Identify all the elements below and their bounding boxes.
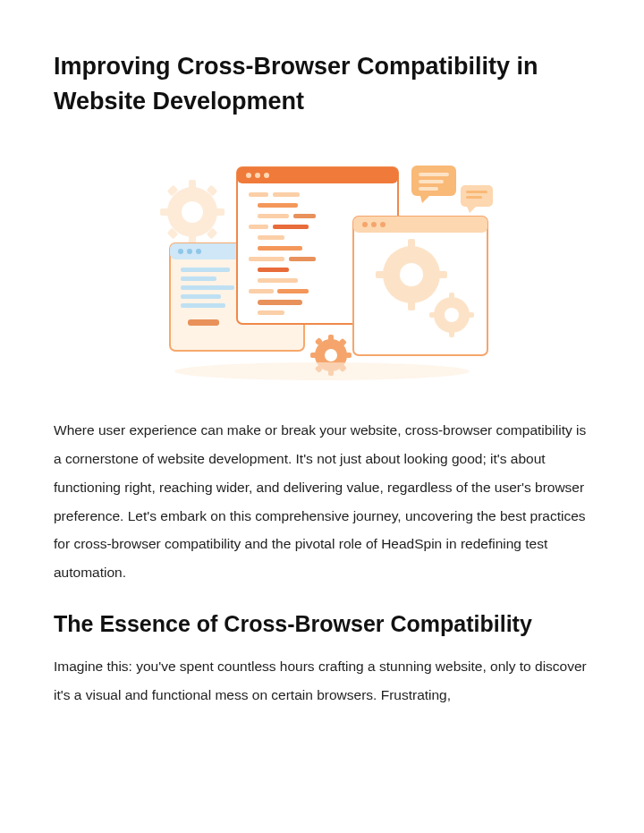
svg-rect-19 <box>181 303 225 308</box>
svg-rect-73 <box>310 353 318 358</box>
svg-rect-63 <box>419 180 444 183</box>
svg-point-46 <box>371 222 377 227</box>
svg-point-79 <box>174 362 470 380</box>
svg-point-12 <box>178 249 183 254</box>
svg-rect-74 <box>343 353 352 358</box>
svg-rect-40 <box>277 289 309 293</box>
svg-rect-52 <box>376 271 386 278</box>
svg-point-24 <box>255 173 260 178</box>
svg-point-70 <box>325 349 337 361</box>
svg-rect-5 <box>214 208 225 216</box>
svg-marker-61 <box>420 196 429 203</box>
svg-point-45 <box>362 222 368 227</box>
svg-rect-26 <box>249 192 268 197</box>
svg-rect-30 <box>293 214 316 218</box>
svg-rect-32 <box>273 225 309 229</box>
svg-rect-59 <box>466 312 474 318</box>
article-title: Improving Cross-Browser Compatibility in… <box>54 49 590 119</box>
svg-rect-42 <box>258 310 284 315</box>
svg-rect-17 <box>181 285 234 290</box>
svg-rect-18 <box>181 294 221 299</box>
svg-rect-2 <box>189 180 196 191</box>
svg-rect-28 <box>258 203 298 208</box>
hero-illustration <box>143 140 501 391</box>
svg-point-13 <box>187 249 192 254</box>
svg-rect-57 <box>449 329 454 337</box>
svg-rect-50 <box>408 239 415 250</box>
svg-point-47 <box>380 222 386 227</box>
svg-rect-58 <box>429 312 437 318</box>
svg-rect-51 <box>408 300 415 310</box>
svg-rect-64 <box>419 187 438 191</box>
svg-marker-66 <box>467 207 476 213</box>
svg-rect-27 <box>273 192 300 197</box>
svg-rect-36 <box>289 257 316 261</box>
svg-rect-16 <box>181 276 216 281</box>
svg-rect-38 <box>258 278 298 283</box>
svg-rect-39 <box>249 289 274 293</box>
svg-rect-67 <box>466 191 487 193</box>
svg-point-49 <box>400 263 423 286</box>
svg-point-25 <box>264 173 269 178</box>
svg-rect-68 <box>466 196 482 199</box>
svg-point-55 <box>445 308 459 322</box>
svg-rect-34 <box>258 246 302 251</box>
svg-rect-62 <box>419 173 449 176</box>
svg-rect-4 <box>160 208 171 216</box>
svg-rect-71 <box>328 335 334 343</box>
svg-rect-33 <box>258 235 284 240</box>
svg-rect-29 <box>258 214 289 218</box>
svg-point-1 <box>182 201 203 223</box>
intro-paragraph: Where user experience can make or break … <box>54 416 590 587</box>
svg-rect-20 <box>188 319 219 326</box>
svg-rect-35 <box>249 257 284 261</box>
svg-rect-31 <box>249 225 268 229</box>
section1-paragraph: Imagine this: you've spent countless hou… <box>54 652 590 710</box>
svg-rect-37 <box>258 268 289 272</box>
svg-rect-15 <box>181 268 230 272</box>
svg-rect-53 <box>436 271 447 278</box>
svg-rect-22 <box>237 167 398 183</box>
svg-rect-41 <box>258 300 302 305</box>
svg-point-14 <box>196 249 201 254</box>
svg-rect-56 <box>449 293 454 301</box>
svg-point-23 <box>246 173 251 178</box>
section-heading-essence: The Essence of Cross-Browser Compatibili… <box>54 608 590 640</box>
